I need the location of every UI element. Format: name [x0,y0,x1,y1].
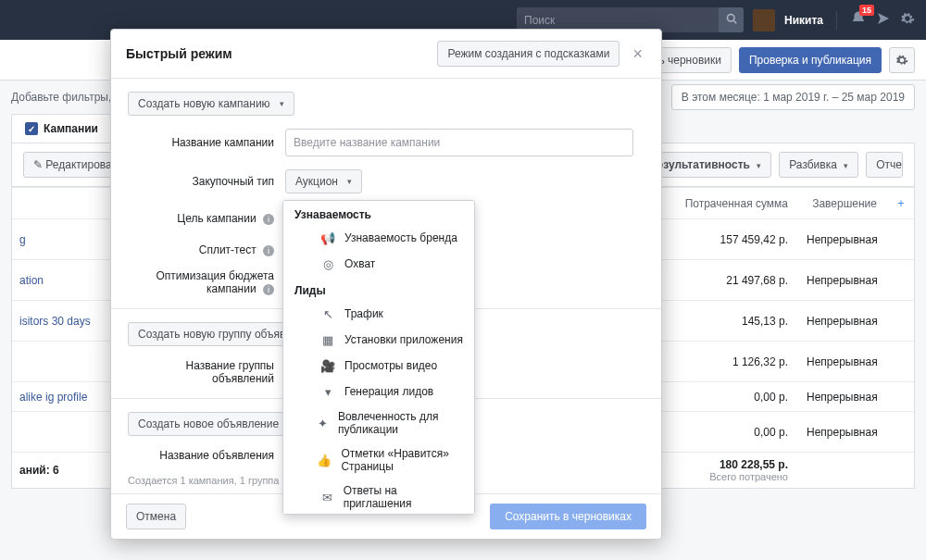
date-range-label: В этом месяце: 1 мар 2019 г. – 25 мар 20… [682,91,905,104]
chevron-down-icon: ▾ [844,161,848,170]
search-icon [726,13,737,27]
dropdown-group-title: Лиды [283,277,474,301]
create-ad-dropdown[interactable]: Создать новое объявление ▾ [128,412,303,436]
total-spent: 180 228,55 p. [650,458,788,471]
dropdown-item-label: Узнаваемость бренда [344,231,457,244]
label-objective: Цель кампании [177,212,256,225]
settings-gear-icon[interactable] [900,11,915,30]
breakdown-button[interactable]: Разбивка ▾ [779,152,858,178]
dropdown-item-label: Трафик [344,307,383,320]
funnel-icon: ▾ [320,384,335,399]
dropdown-item[interactable]: ▦Установки приложения [283,327,474,353]
spent-value: 145,13 p. [643,309,795,333]
dropdown-item[interactable]: ✦Вовлеченность для публикации [283,404,474,442]
spent-value: 1 126,32 p. [643,350,795,374]
campaign-name-input[interactable] [285,129,633,156]
dropdown-item-label: Генерация лидов [344,385,433,398]
dropdown-item-label: Просмотры видео [344,359,437,372]
dropdown-item[interactable]: 📢Узнаваемость бренда [283,225,474,251]
avatar[interactable] [753,9,775,31]
dropdown-group-title: Узнаваемость [283,201,474,225]
add-column-icon[interactable]: ＋ [888,195,914,211]
search-button[interactable] [719,7,744,32]
label-budget-opt: Оптимизация бюджета кампании [156,269,274,295]
review-publish-button[interactable]: Проверка и публикация [739,47,882,73]
dropdown-item[interactable]: ↖Трафик [283,301,474,327]
buying-type-select[interactable]: Аукцион ▾ [285,169,362,193]
label-ad-name: Название объявления [128,449,285,462]
reports-label: Отче [876,158,902,171]
create-campaign-dropdown[interactable]: Создать новую кампанию ▾ [128,92,294,116]
settings-icon-button[interactable] [889,47,915,73]
label-split-test: Сплит-тест [199,243,257,256]
buying-type-value: Аукцион [295,175,338,188]
engage-icon: ✦ [318,416,329,430]
chevron-down-icon: ▾ [757,161,761,170]
dropdown-item[interactable]: 👍Отметки «Нравится» Страницы [283,442,474,479]
end-value: Непрерывная [795,309,888,333]
username[interactable]: Никита [784,14,823,27]
end-value: Непрерывная [795,420,888,444]
tab-campaigns[interactable]: ✓ Кампании [11,114,112,143]
end-value: Непрерывная [795,350,888,374]
modal-header: Быстрый режим Режим создания с подсказка… [111,30,661,79]
chevron-down-icon: ▾ [280,99,284,108]
end-value: Непрерывная [795,228,888,252]
notif-badge: 15 [859,5,874,16]
col-spent[interactable]: Потраченная сумма [643,192,795,216]
close-icon[interactable]: × [629,44,646,64]
spent-value: 0,00 p. [643,420,795,444]
dropdown-item[interactable]: 🎥Просмотры видео [283,353,474,379]
grid-icon: ▦ [320,332,335,347]
end-value: Непрерывная [795,385,888,409]
info-icon[interactable]: i [263,214,274,225]
create-campaign-label: Создать новую кампанию [138,97,270,110]
dropdown-item[interactable]: ◎Охват [283,251,474,277]
svg-point-0 [727,15,734,22]
breakdown-label: Разбивка [789,158,837,171]
columns-value: Результативность [650,158,750,171]
objective-dropdown[interactable]: Узнаваемость📢Узнаваемость бренда◎ОхватЛи… [282,200,475,515]
modal-title: Быстрый режим [126,46,232,61]
total-spent-sub: Всего потрачено [650,471,788,482]
label-adset-name: Название группы объявлений [128,359,285,385]
svg-line-1 [733,20,736,23]
notification-icon[interactable]: 15 [850,10,867,31]
label-buying-type: Закупочный тип [128,175,285,188]
video-icon: 🎥 [320,358,335,373]
info-icon[interactable]: i [263,245,274,256]
create-ad-label: Создать новое объявление [138,417,279,430]
dropdown-item[interactable]: ✉Ответы на приглашения [283,479,474,515]
save-draft-button[interactable]: Сохранить в черновиках [490,504,646,529]
dropdown-item-label: Отметки «Нравится» Страницы [341,447,463,473]
info-icon[interactable]: i [263,284,274,295]
spent-value: 21 497,68 p. [643,268,795,292]
dropdown-item-label: Вовлеченность для публикации [338,410,463,436]
spent-value: 0,00 p. [643,385,795,409]
help-icon[interactable] [876,11,891,30]
like-icon: 👍 [317,453,332,467]
guided-mode-button[interactable]: Режим создания с подсказками [437,41,619,67]
dropdown-item[interactable]: ▾Генерация лидов [283,379,474,404]
dropdown-item-label: Ответы на приглашения [344,484,463,510]
col-end[interactable]: Завершение [795,192,888,216]
cursor-icon: ↖ [320,306,335,321]
reports-button[interactable]: Отче [866,152,903,178]
campaign-icon: ✓ [25,122,38,135]
date-range-picker[interactable]: В этом месяце: 1 мар 2019 г. – 25 мар 20… [671,84,915,110]
chevron-down-icon: ▾ [347,177,352,186]
pencil-icon: ✎ [33,158,43,171]
spent-value: 157 459,42 p. [643,228,795,252]
megaphone-icon: 📢 [320,230,335,245]
end-value: Непрерывная [795,268,888,292]
row-campaign-name: Название кампании [128,129,644,156]
target-icon: ◎ [320,256,335,271]
dropdown-item-label: Охват [344,257,375,270]
dropdown-item-label: Установки приложения [344,333,463,346]
row-buying-type: Закупочный тип Аукцион ▾ [128,169,644,193]
tab-label: Кампании [44,122,98,135]
label-campaign-name: Название кампании [128,136,285,149]
cancel-button[interactable]: Отмена [126,504,186,529]
inbox-icon: ✉ [319,490,333,504]
